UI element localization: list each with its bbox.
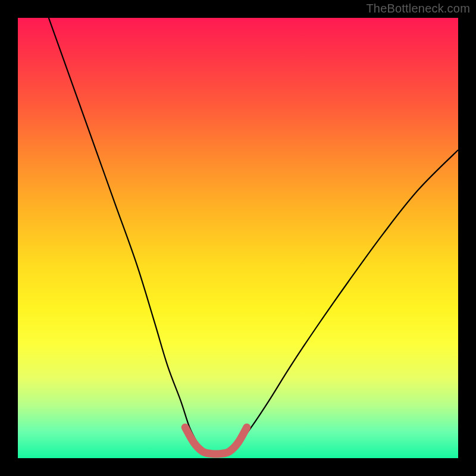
chart-svg [18,18,458,458]
watermark-text: TheBottleneck.com [366,2,470,15]
curve-right-branch [238,150,458,445]
chart-plot-area [18,18,458,458]
curve-left-branch [49,18,199,445]
curve-trough-highlight [185,427,247,454]
